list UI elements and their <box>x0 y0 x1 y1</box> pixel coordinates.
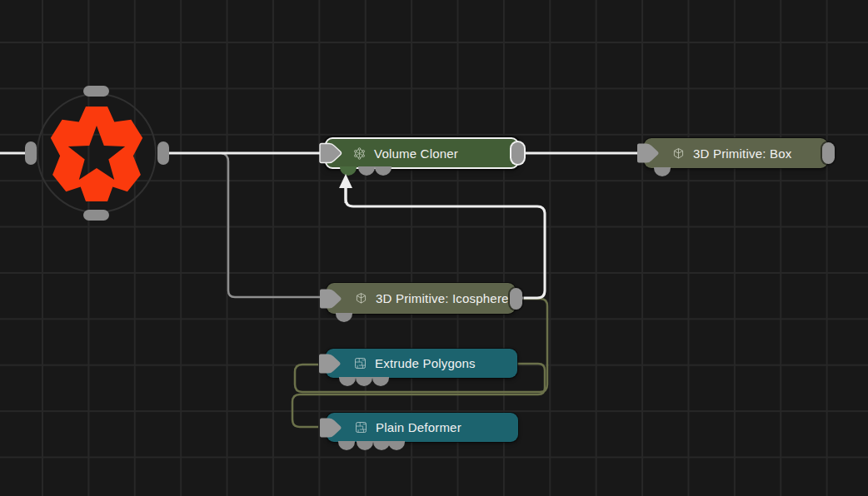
mesh-icon <box>353 356 367 370</box>
mesh-icon <box>354 420 368 434</box>
node-title: Plain Deformer <box>376 420 461 434</box>
star-source-bottom-port[interactable] <box>83 210 109 221</box>
output-port[interactable] <box>511 142 524 164</box>
node-3d-primitive-icosphere[interactable]: 3D Primitive: Icosphere <box>327 283 516 314</box>
input-port[interactable] <box>317 351 342 376</box>
node-title: Extrude Polygons <box>375 356 476 370</box>
star-source-top-port[interactable] <box>83 86 109 97</box>
node-title: 3D Primitive: Icosphere <box>376 291 509 305</box>
node-plain-deformer[interactable]: Plain Deformer <box>327 413 518 442</box>
cube-icon <box>671 146 686 161</box>
node-3d-primitive-box[interactable]: 3D Primitive: Box <box>644 138 828 168</box>
input-port[interactable] <box>318 141 342 166</box>
input-port[interactable] <box>318 415 342 440</box>
node-extrude-polygons[interactable]: Extrude Polygons <box>326 349 517 378</box>
star-source-right-port[interactable] <box>157 141 169 165</box>
node-title: 3D Primitive: Box <box>693 146 791 161</box>
input-port[interactable] <box>318 286 342 311</box>
node-volume-cloner[interactable]: Volume Cloner <box>325 137 519 169</box>
wire-icosphere-to-volume-cloner[interactable] <box>346 188 545 298</box>
input-port[interactable] <box>636 141 660 166</box>
star-source-left-port[interactable] <box>25 141 37 165</box>
molecule-icon <box>352 146 367 161</box>
output-port[interactable] <box>510 288 522 310</box>
cube-icon <box>354 291 368 305</box>
node-title: Volume Cloner <box>374 146 458 161</box>
wire-star-to-icosphere[interactable] <box>222 153 321 297</box>
star-logo[interactable] <box>51 107 142 201</box>
output-port[interactable] <box>822 142 835 164</box>
node-graph-canvas[interactable]: Volume Cloner 3D Primitive: Box 3D Primi… <box>0 0 868 496</box>
